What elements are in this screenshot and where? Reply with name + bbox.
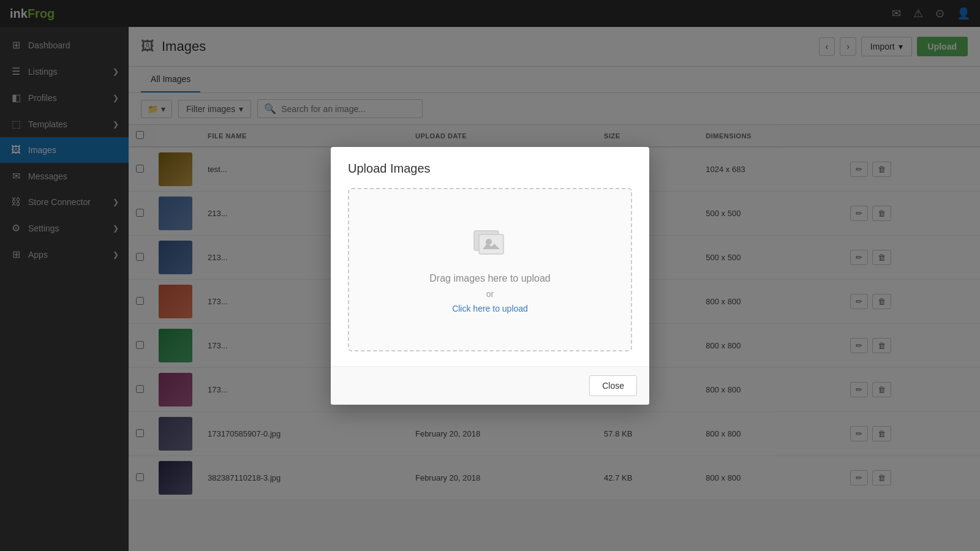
drag-text: Drag images here to upload bbox=[361, 273, 619, 284]
modal-footer: Close bbox=[331, 366, 649, 405]
or-text: or bbox=[361, 289, 619, 299]
svg-rect-1 bbox=[479, 234, 503, 254]
upload-zone-icon bbox=[361, 226, 619, 263]
upload-dropzone[interactable]: Drag images here to upload or Click here… bbox=[348, 188, 632, 351]
upload-modal: Upload Images Drag images here to upload… bbox=[331, 147, 649, 405]
click-to-upload-link[interactable]: Click here to upload bbox=[361, 304, 619, 313]
modal-title: Upload Images bbox=[348, 162, 632, 176]
modal-overlay[interactable]: Upload Images Drag images here to upload… bbox=[0, 0, 980, 551]
svg-point-2 bbox=[486, 239, 492, 245]
modal-body: Upload Images Drag images here to upload… bbox=[331, 147, 649, 366]
close-button[interactable]: Close bbox=[589, 375, 637, 396]
